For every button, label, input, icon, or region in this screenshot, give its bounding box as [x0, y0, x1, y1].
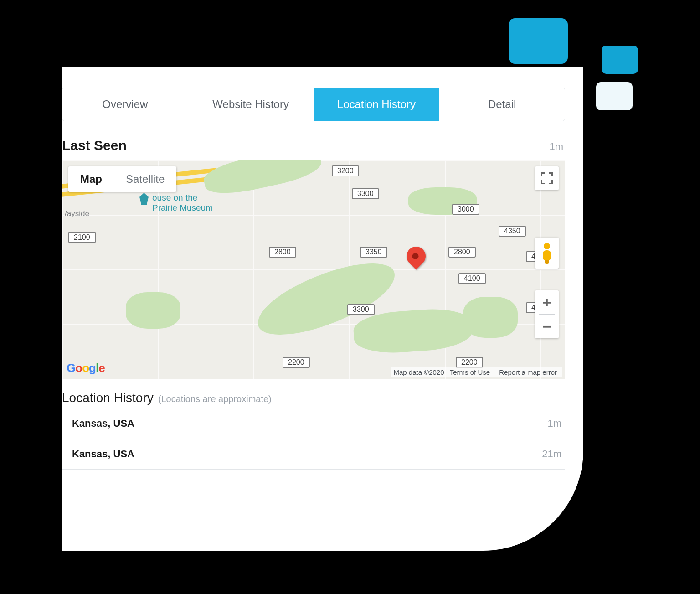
zoom-in-button[interactable]: + [535, 290, 559, 314]
map-type-satellite[interactable]: Satellite [114, 166, 176, 192]
zoom-controls: + − [535, 290, 559, 338]
last-seen-title: Last Seen [62, 138, 127, 153]
route-shield: 2800 [269, 247, 296, 258]
fullscreen-icon [541, 172, 553, 184]
route-shield: 4350 [499, 226, 526, 237]
route-shield: 3000 [452, 204, 479, 215]
park-area [201, 160, 324, 199]
decorative-square-3 [596, 82, 633, 110]
google-logo: Google [67, 361, 105, 375]
park-area [126, 292, 180, 329]
museum-icon [139, 193, 149, 205]
map-attribution: Map data ©2020 Terms of Use Report a map… [391, 367, 562, 377]
decorative-square-1 [509, 18, 568, 64]
location-history-title: Location History [62, 391, 154, 405]
route-shield: 2200 [456, 357, 483, 368]
location-row[interactable]: Kansas, USA 1m [62, 408, 565, 439]
location-history-heading: Location History (Locations are approxim… [62, 391, 565, 408]
wayside-label: /ayside [65, 209, 89, 218]
tab-location-history[interactable]: Location History [314, 88, 440, 121]
pin-icon [402, 243, 429, 269]
location-history-note: (Locations are approximate) [158, 394, 272, 404]
poi-label: ouse on the Prairie Museum [152, 193, 213, 213]
map-type-map[interactable]: Map [68, 166, 114, 192]
pegman-icon [541, 243, 552, 263]
map-type-toggle: Map Satellite [68, 166, 176, 192]
main-panel: Overview Website History Location Histor… [62, 67, 583, 551]
poi-prairie-museum[interactable]: ouse on the Prairie Museum [139, 193, 213, 213]
tab-detail[interactable]: Detail [439, 88, 565, 121]
last-seen-heading: Last Seen 1m [62, 138, 565, 156]
map-marker[interactable] [407, 247, 426, 266]
map-canvas[interactable]: Map Satellite ouse on the Prairie Museum… [62, 160, 565, 379]
tab-website-history[interactable]: Website History [188, 88, 314, 121]
route-shield: 3350 [360, 247, 387, 258]
park-area [463, 297, 518, 338]
tab-overview[interactable]: Overview [62, 88, 188, 121]
fullscreen-button[interactable] [535, 166, 559, 190]
tab-bar: Overview Website History Location Histor… [62, 88, 565, 121]
location-place: Kansas, USA [72, 448, 134, 460]
location-time: 21m [542, 448, 561, 460]
terms-link[interactable]: Terms of Use [450, 368, 490, 376]
route-shield: 2800 [448, 247, 476, 258]
streetview-pegman[interactable] [535, 238, 559, 269]
report-error-link[interactable]: Report a map error [499, 368, 557, 376]
location-time: 1m [547, 418, 561, 429]
route-shield: 3300 [352, 188, 379, 199]
location-place: Kansas, USA [72, 418, 134, 429]
route-shield: 2200 [283, 357, 310, 368]
decorative-square-2 [602, 46, 638, 74]
route-shield: 3300 [347, 304, 375, 315]
route-shield: 3200 [332, 165, 359, 176]
route-shield: 4100 [458, 273, 486, 284]
last-seen-time: 1m [549, 141, 563, 153]
route-shield: 2100 [68, 232, 96, 243]
map-data-text: Map data ©2020 [393, 368, 444, 376]
zoom-out-button[interactable]: − [535, 315, 559, 338]
location-row[interactable]: Kansas, USA 21m [62, 439, 565, 470]
